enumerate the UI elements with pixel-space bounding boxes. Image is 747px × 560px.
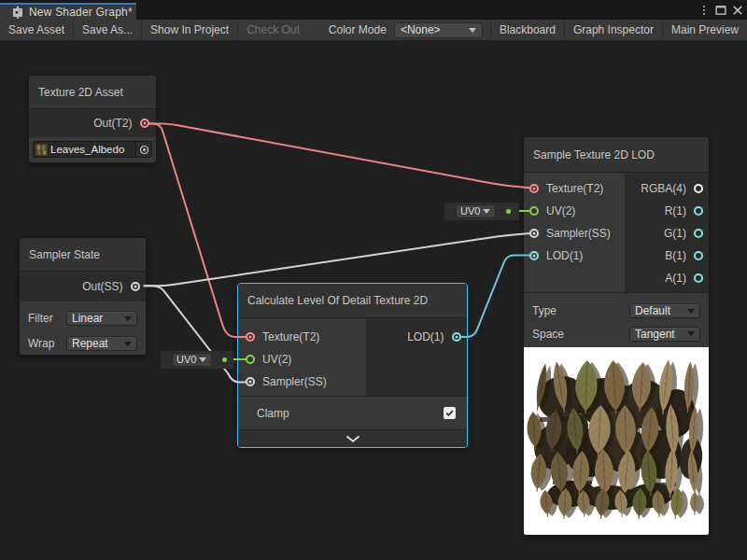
port-row: Texture(T2) [238,326,366,348]
graph-canvas[interactable]: Texture 2D Asset Out(T2) Leaves_Albedo [0,41,747,560]
color-mode-value: <None> [401,23,463,36]
edge-lod-to-sample[interactable] [460,256,529,338]
control-row: Filter Linear [28,311,137,326]
port-r-out-icon[interactable] [694,206,703,216]
edge-texture-to-calculate[interactable] [148,124,247,338]
port-a-out-icon[interactable] [694,273,703,283]
edge-texture-to-sample[interactable] [149,124,530,189]
color-mode-label: Color Mode [321,23,394,36]
uv-port-value-chip: UV0 [444,203,519,220]
collapse-preview-button[interactable] [238,429,467,447]
port-sampler-in-icon[interactable] [246,377,255,386]
port-g-out-icon[interactable] [694,229,703,238]
wrap-label: Wrap [28,337,66,350]
input-ports-column: Texture(T2) UV(2) Sampler(SS) [238,318,366,396]
ports-area: Texture(T2) UV(2) Sampler(SS) LOD(1) [238,318,467,396]
uv-channel-value: UV0 [176,354,196,365]
port-row: A(1) [625,267,709,289]
port-lod-in-icon[interactable] [529,251,539,260]
object-picker-icon[interactable] [135,142,151,157]
port-label: UV(2) [262,353,291,366]
filter-value: Linear [72,312,119,325]
node-title-bar[interactable]: Texture 2D Asset [29,76,156,109]
port-lod-out-icon[interactable] [452,332,461,342]
edge-sampler-to-sample[interactable] [144,233,530,286]
tab-new-shader-graph[interactable]: New Shader Graph* [0,3,136,20]
port-label: Sampler(SS) [546,227,611,240]
port-row: R(1) [625,200,709,222]
color-mode-dropdown[interactable]: <None> [394,22,483,38]
node-title-bar[interactable]: Calculate Level Of Detail Texture 2D [238,284,467,318]
port-texture-in-icon[interactable] [246,332,255,342]
port-out-ss-icon[interactable] [131,282,140,291]
wrap-dropdown[interactable]: Repeat [66,336,137,351]
main-preview-toggle-button[interactable]: Main Preview [663,20,747,40]
node-title: Sampler State [29,248,100,261]
node-controls-section: Clamp [238,396,467,429]
node-controls-section: Filter Linear Wrap Repeat [20,301,146,355]
wrap-value: Repeat [72,337,119,350]
port-row: Texture(T2) [524,177,625,200]
uv-channel-dropdown[interactable]: UV0 [172,353,212,367]
port-texture-in-icon[interactable] [529,184,539,193]
check-icon [444,408,455,418]
type-dropdown[interactable]: Default [629,303,700,318]
port-connector-icon [501,204,514,218]
preview-leaves-svg [524,347,709,535]
node-sampler-state[interactable]: Sampler State Out(SS) Filter Linear Wrap… [19,237,147,356]
graph-inspector-toggle-button[interactable]: Graph Inspector [565,20,662,40]
close-icon[interactable] [730,3,745,18]
space-dropdown[interactable]: Tangent [629,327,700,342]
check-out-button: Check Out [238,20,308,40]
port-row: UV(2) [238,348,366,371]
filter-dropdown[interactable]: Linear [66,311,137,326]
port-row: G(1) [625,222,709,245]
output-ports-column: RGBA(4) R(1) G(1) B(1) A(1) [625,173,709,292]
clamp-checkbox[interactable] [444,407,456,419]
port-row: UV(2) [524,200,625,222]
kebab-menu-icon[interactable] [697,3,712,18]
window-controls [697,0,747,20]
node-texture-2d-asset[interactable]: Texture 2D Asset Out(T2) Leaves_Albedo [28,75,157,163]
node-title: Texture 2D Asset [38,86,123,99]
control-row: Wrap Repeat [28,336,137,351]
port-label: Sampler(SS) [262,375,327,388]
chevron-down-icon [469,28,476,33]
chevron-down-icon [345,435,361,442]
node-sample-texture-2d-lod[interactable]: Sample Texture 2D LOD Texture(T2) UV(2) … [523,136,710,536]
port-label: Out(SS) [82,280,122,293]
tab-title: New Shader Graph* [29,6,133,19]
port-sampler-in-icon[interactable] [529,229,539,238]
blackboard-toggle-button[interactable]: Blackboard [491,20,564,40]
port-uv-in-icon[interactable] [529,206,539,216]
port-rgba-out-icon[interactable] [694,184,703,193]
port-b-out-icon[interactable] [694,251,703,260]
texture-object-field[interactable]: Leaves_Albedo [33,141,152,158]
node-controls-section: Leaves_Albedo [29,137,156,162]
node-title: Sample Texture 2D LOD [533,148,655,161]
port-label: Texture(T2) [546,182,603,195]
save-asset-button[interactable]: Save Asset [0,20,73,40]
maximize-icon[interactable] [713,3,728,18]
filter-label: Filter [28,312,66,325]
chevron-down-icon [199,357,206,362]
node-title-bar[interactable]: Sample Texture 2D LOD [524,137,709,173]
uv-channel-dropdown[interactable]: UV0 [456,204,496,218]
node-title-bar[interactable]: Sampler State [20,238,146,272]
input-ports-column: Texture(T2) UV(2) Sampler(SS) LOD(1) [524,173,625,292]
port-out-t2-icon[interactable] [140,119,149,128]
output-ports-column: LOD(1) [366,318,467,396]
port-row: LOD(1) [524,245,625,267]
node-calculate-lod[interactable]: Calculate Level Of Detail Texture 2D Tex… [237,283,468,448]
chevron-down-icon [124,316,132,321]
type-label: Type [532,304,629,317]
node-controls-section: Type Default Space Tangent [524,292,709,349]
port-uv-in-icon[interactable] [246,355,255,364]
control-row: Type Default [532,303,700,318]
control-row: Space Tangent [532,327,700,342]
save-as-button[interactable]: Save As... [74,20,141,40]
show-in-project-button[interactable]: Show In Project [142,20,237,40]
chevron-down-icon [483,209,490,214]
port-row: LOD(1) [366,326,467,348]
port-row: Out(T2) [29,109,156,137]
